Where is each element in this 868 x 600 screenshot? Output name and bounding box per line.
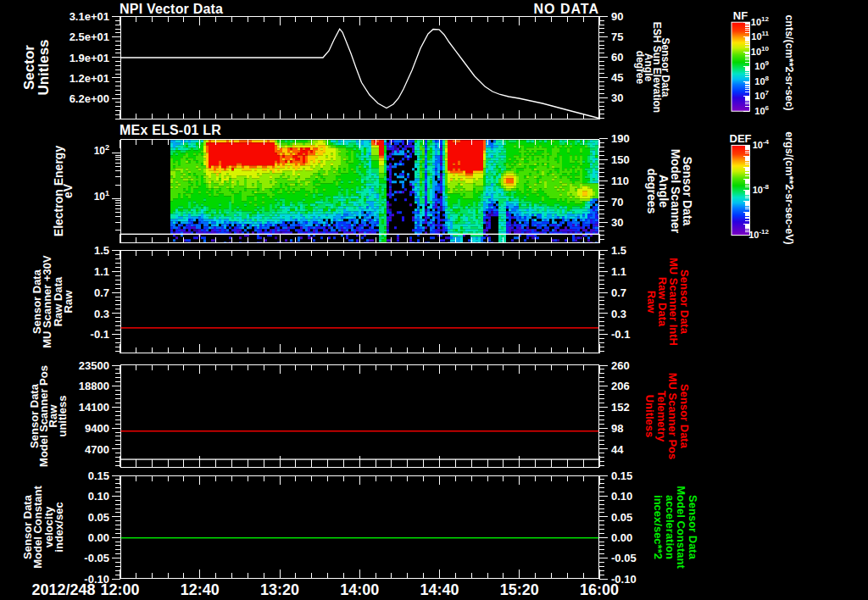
svg-text:260: 260 <box>611 359 630 372</box>
svg-text:2012/248: 2012/248 <box>31 581 95 598</box>
svg-text:9400: 9400 <box>85 422 109 435</box>
svg-text:eV: eV <box>61 183 75 198</box>
svg-text:13:20: 13:20 <box>260 581 299 598</box>
svg-text:NPI Vector Data: NPI Vector Data <box>120 2 223 16</box>
svg-text:0.15: 0.15 <box>88 469 109 482</box>
svg-text:14100: 14100 <box>79 401 109 414</box>
svg-text:75: 75 <box>611 31 623 43</box>
svg-text:unitless: unitless <box>56 395 69 436</box>
svg-text:ergs/(cm**2-sr-sec-eV): ergs/(cm**2-sr-sec-eV) <box>783 131 795 244</box>
svg-text:190: 190 <box>611 132 630 145</box>
svg-text:index/sec: index/sec <box>53 502 65 552</box>
svg-text:0.00: 0.00 <box>611 531 632 544</box>
svg-text:110: 110 <box>611 175 629 187</box>
svg-text:Unitless: Unitless <box>643 395 656 438</box>
svg-text:0.3: 0.3 <box>611 308 626 320</box>
svg-text:-0.05: -0.05 <box>611 552 637 564</box>
svg-text:Raw: Raw <box>645 291 658 314</box>
svg-text:90: 90 <box>611 10 623 23</box>
svg-text:1.1: 1.1 <box>611 265 626 278</box>
svg-text:degree: degree <box>634 51 646 85</box>
svg-text:30: 30 <box>611 92 623 104</box>
svg-text:152: 152 <box>611 401 630 414</box>
svg-text:DEF: DEF <box>730 132 752 145</box>
svg-text:23500: 23500 <box>79 359 109 372</box>
svg-text:4700: 4700 <box>85 443 109 456</box>
svg-text:150: 150 <box>611 153 630 166</box>
svg-text:18800: 18800 <box>79 380 109 392</box>
svg-text:NO DATA: NO DATA <box>533 2 599 16</box>
svg-text:0.7: 0.7 <box>611 286 626 299</box>
svg-text:incex/sec**2: incex/sec**2 <box>652 495 665 559</box>
svg-text:cnts/(cm**2-sr-sec): cnts/(cm**2-sr-sec) <box>783 14 795 110</box>
svg-text:0.7: 0.7 <box>94 286 109 299</box>
svg-text:45: 45 <box>611 71 623 84</box>
svg-text:Raw: Raw <box>62 290 75 314</box>
svg-text:0.00: 0.00 <box>88 531 109 544</box>
svg-text:0.05: 0.05 <box>611 511 632 524</box>
svg-text:-0.05: -0.05 <box>84 552 109 564</box>
svg-text:98: 98 <box>611 422 623 435</box>
svg-text:12:00: 12:00 <box>100 581 139 598</box>
svg-text:-0.1: -0.1 <box>91 328 109 341</box>
svg-text:0.05: 0.05 <box>88 511 109 524</box>
svg-text:44: 44 <box>611 443 624 456</box>
svg-text:14:40: 14:40 <box>420 581 459 598</box>
svg-text:0.10: 0.10 <box>88 490 109 503</box>
svg-text:degrees: degrees <box>645 169 659 214</box>
svg-text:0.3: 0.3 <box>94 308 109 320</box>
svg-text:1.5: 1.5 <box>611 244 626 257</box>
svg-text:MEx ELS-01 LR: MEx ELS-01 LR <box>120 123 221 137</box>
svg-text:3.1e+01: 3.1e+01 <box>70 10 109 23</box>
svg-text:206: 206 <box>611 380 630 392</box>
svg-text:30: 30 <box>611 216 623 229</box>
svg-text:60: 60 <box>611 51 623 64</box>
svg-text:14:00: 14:00 <box>340 581 379 598</box>
svg-text:16:00: 16:00 <box>580 581 619 598</box>
svg-text:6.2e+00: 6.2e+00 <box>70 92 109 105</box>
svg-text:0.10: 0.10 <box>611 490 632 503</box>
svg-text:2.5e+01: 2.5e+01 <box>70 31 109 43</box>
svg-text:70: 70 <box>611 196 623 208</box>
svg-text:NF: NF <box>733 9 748 22</box>
svg-text:0.15: 0.15 <box>611 469 632 482</box>
svg-text:1.2e+01: 1.2e+01 <box>70 72 109 85</box>
svg-text:Unitless: Unitless <box>36 39 52 95</box>
svg-text:1.5: 1.5 <box>94 244 109 257</box>
svg-text:15:20: 15:20 <box>500 581 539 598</box>
svg-text:1.1: 1.1 <box>94 265 109 278</box>
svg-text:-0.1: -0.1 <box>611 328 630 341</box>
svg-text:1.9e+01: 1.9e+01 <box>70 52 109 64</box>
svg-text:12:40: 12:40 <box>181 581 220 598</box>
